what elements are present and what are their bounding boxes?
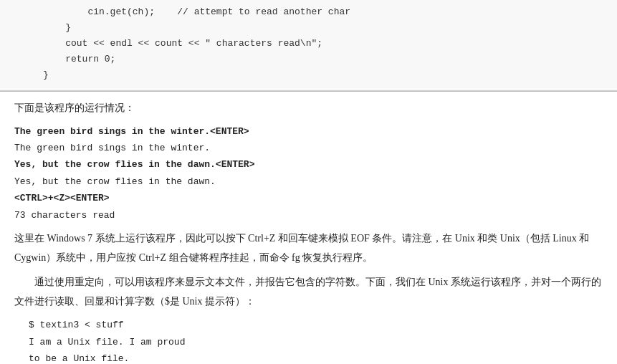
content-section: 下面是该程序的运行情况： The green bird sings in the… bbox=[0, 92, 617, 364]
run-line-5: <CTRL>+<Z><ENTER> bbox=[14, 190, 603, 206]
unix-line-2: I am a Unix file. I am proud bbox=[29, 334, 603, 350]
run-line-3: Yes, but the crow flies in the dawn.<ENT… bbox=[14, 156, 603, 173]
unix-line-3: to be a Unix file. bbox=[29, 350, 603, 364]
run-line-1: The green bird sings in the winter.<ENTE… bbox=[14, 123, 603, 140]
program-run-block: The green bird sings in the winter.<ENTE… bbox=[14, 123, 603, 224]
run-line-2: The green bird sings in the winter. bbox=[14, 140, 603, 156]
unix-run-block: $ textin3 < stuff I am a Unix file. I am… bbox=[14, 317, 603, 364]
code-line-2: } bbox=[43, 20, 603, 36]
run-line-6: 73 characters read bbox=[14, 207, 603, 224]
section-title: 下面是该程序的运行情况： bbox=[14, 99, 603, 117]
code-line-5: } bbox=[43, 67, 603, 83]
code-block: cin.get(ch); // attempt to read another … bbox=[0, 0, 617, 91]
code-line-3: cout << endl << count << " characters re… bbox=[43, 36, 603, 52]
description2: 通过使用重定向，可以用该程序来显示文本文件，并报告它包含的字符数。下面，我们在 … bbox=[14, 273, 603, 311]
code-line-4: return 0; bbox=[43, 52, 603, 67]
unix-line-1: $ textin3 < stuff bbox=[29, 317, 603, 333]
page-container: cin.get(ch); // attempt to read another … bbox=[0, 0, 617, 364]
run-line-4: Yes, but the crow flies in the dawn. bbox=[14, 173, 603, 190]
description1: 这里在 Windows 7 系统上运行该程序，因此可以按下 Ctrl+Z 和回车… bbox=[14, 229, 603, 267]
code-line-1: cin.get(ch); // attempt to read another … bbox=[43, 4, 603, 20]
